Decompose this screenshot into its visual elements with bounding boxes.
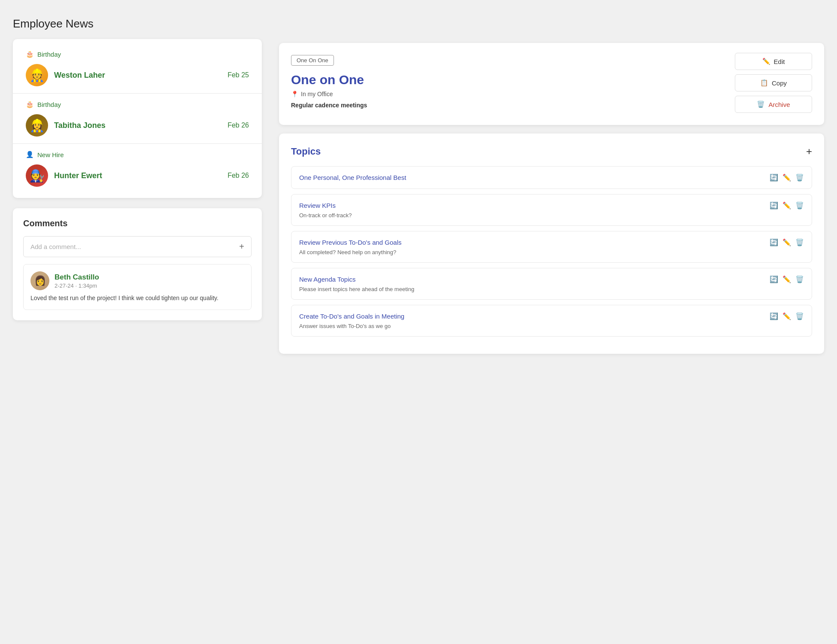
comments-title: Comments: [23, 219, 252, 228]
news-date-hunter: Feb 26: [227, 172, 249, 179]
topic-name-3: Review Previous To-Do's and Goals: [299, 239, 402, 246]
news-section-hunter: 👤 New Hire 🧑‍🔧 Hunter Ewert Feb 26: [13, 144, 262, 194]
edit-label: Edit: [774, 58, 785, 65]
topic-edit-icon-5[interactable]: ✏️: [782, 312, 791, 320]
comment-item-beth: 👩 Beth Castillo 2-27-24 · 1:34pm Loved t…: [23, 264, 252, 310]
topic-refresh-icon-5[interactable]: 🔄: [770, 312, 778, 320]
topic-delete-icon-1[interactable]: 🗑️: [795, 173, 804, 182]
news-item-weston: 👷 Weston Laher Feb 25: [26, 64, 249, 86]
comment-text-beth: Loved the test run of the project! I thi…: [30, 294, 244, 303]
copy-label: Copy: [772, 79, 787, 87]
person-name-weston: Weston Laher: [54, 71, 105, 80]
news-item-hunter: 🧑‍🔧 Hunter Ewert Feb 26: [26, 164, 249, 187]
topic-item-2: Review KPIs 🔄 ✏️ 🗑️ On-track or off-trac…: [291, 194, 812, 226]
topic-item-3: Review Previous To-Do's and Goals 🔄 ✏️ 🗑…: [291, 231, 812, 263]
topic-actions-1: 🔄 ✏️ 🗑️: [770, 173, 804, 182]
topic-delete-icon-3[interactable]: 🗑️: [795, 238, 804, 246]
topic-delete-icon-2[interactable]: 🗑️: [795, 201, 804, 210]
avatar-tabitha: 👷‍♀️: [26, 114, 48, 137]
avatar-hunter: 🧑‍🔧: [26, 164, 48, 187]
topic-name-4: New Agenda Topics: [299, 276, 355, 283]
comment-header-beth: 👩 Beth Castillo 2-27-24 · 1:34pm: [30, 271, 244, 290]
person-name-tabitha: Tabitha Jones: [54, 121, 106, 130]
topic-actions-4: 🔄 ✏️ 🗑️: [770, 275, 804, 283]
birthday-label-2: Birthday: [37, 101, 61, 108]
news-scroll-area[interactable]: 🎂 Birthday 👷 Weston Laher Feb 25 🎂: [13, 39, 262, 198]
topic-delete-icon-4[interactable]: 🗑️: [795, 275, 804, 283]
topics-header: Topics +: [291, 146, 812, 158]
employee-news-card: 🎂 Birthday 👷 Weston Laher Feb 25 🎂: [13, 39, 262, 198]
topics-add-button[interactable]: +: [806, 146, 812, 158]
edit-button[interactable]: ✏️ Edit: [735, 53, 812, 70]
archive-label: Archive: [768, 101, 790, 108]
news-date-weston: Feb 25: [227, 71, 249, 79]
location-icon: 📍: [291, 91, 298, 97]
topic-subtitle-2: On-track or off-track?: [299, 212, 804, 219]
birthday-icon-1: 🎂: [26, 50, 34, 58]
comment-author-beth: Beth Castillo: [55, 273, 99, 282]
topic-subtitle-4: Please insert topics here ahead of the m…: [299, 286, 804, 292]
page-title: Employee News: [13, 17, 262, 30]
news-item-tabitha: 👷‍♀️ Tabitha Jones Feb 26: [26, 114, 249, 137]
topics-title: Topics: [291, 146, 321, 157]
news-section-tabitha: 🎂 Birthday 👷‍♀️ Tabitha Jones Feb 26: [13, 94, 262, 144]
topic-name-1: One Personal, One Professional Best: [299, 174, 406, 181]
edit-icon: ✏️: [762, 58, 770, 65]
news-date-tabitha: Feb 26: [227, 122, 249, 129]
meeting-tag: One On One: [291, 55, 334, 66]
location-text: In my Office: [301, 91, 333, 97]
topics-card: Topics + One Personal, One Professional …: [279, 134, 824, 354]
topic-refresh-icon-2[interactable]: 🔄: [770, 201, 778, 210]
comment-input-row[interactable]: Add a comment... +: [23, 236, 252, 257]
topic-actions-3: 🔄 ✏️ 🗑️: [770, 238, 804, 246]
archive-button[interactable]: 🗑️ Archive: [735, 96, 812, 113]
topic-item-4: New Agenda Topics 🔄 ✏️ 🗑️ Please insert …: [291, 268, 812, 300]
archive-icon: 🗑️: [757, 100, 765, 108]
news-category-birthday-1: 🎂 Birthday: [26, 50, 249, 58]
comment-placeholder: Add a comment...: [30, 243, 81, 250]
avatar-beth: 👩: [30, 271, 49, 290]
right-panel: One On One One on One 📍 In my Office Reg…: [279, 17, 824, 627]
meeting-actions: ✏️ Edit 📋 Copy 🗑️ Archive: [735, 53, 812, 113]
topic-edit-icon-4[interactable]: ✏️: [782, 275, 791, 283]
newhire-label: New Hire: [37, 151, 64, 158]
avatar-weston: 👷: [26, 64, 48, 86]
topic-item-5: Create To-Do's and Goals in Meeting 🔄 ✏️…: [291, 305, 812, 337]
meeting-location: 📍 In my Office: [291, 91, 367, 97]
topic-actions-2: 🔄 ✏️ 🗑️: [770, 201, 804, 210]
comment-timestamp-beth: 2-27-24 · 1:34pm: [55, 283, 99, 289]
meeting-card: One On One One on One 📍 In my Office Reg…: [279, 43, 824, 125]
comments-card: Comments Add a comment... + 👩 Beth Casti…: [13, 208, 262, 320]
topic-actions-5: 🔄 ✏️ 🗑️: [770, 312, 804, 320]
topic-name-5: Create To-Do's and Goals in Meeting: [299, 313, 404, 320]
meeting-description: Regular cadence meetings: [291, 102, 367, 109]
news-category-birthday-2: 🎂 Birthday: [26, 100, 249, 108]
topic-subtitle-5: Answer issues with To-Do's as we go: [299, 323, 804, 329]
topic-name-2: Review KPIs: [299, 202, 336, 209]
topic-subtitle-3: All completed? Need help on anything?: [299, 249, 804, 255]
copy-button[interactable]: 📋 Copy: [735, 74, 812, 91]
topic-edit-icon-3[interactable]: ✏️: [782, 238, 791, 246]
birthday-icon-2: 🎂: [26, 100, 34, 108]
topic-item-1: One Personal, One Professional Best 🔄 ✏️…: [291, 166, 812, 189]
topic-edit-icon-2[interactable]: ✏️: [782, 201, 791, 210]
left-panel: Employee News 🎂 Birthday 👷 Weston Laher: [13, 17, 262, 627]
newhire-icon: 👤: [26, 151, 34, 158]
news-category-newhire: 👤 New Hire: [26, 151, 249, 158]
topic-refresh-icon-4[interactable]: 🔄: [770, 275, 778, 283]
topic-delete-icon-5[interactable]: 🗑️: [795, 312, 804, 320]
topic-edit-icon-1[interactable]: ✏️: [782, 173, 791, 182]
copy-icon: 📋: [760, 79, 768, 87]
birthday-label-1: Birthday: [37, 51, 61, 58]
person-name-hunter: Hunter Ewert: [54, 171, 102, 180]
meeting-title: One on One: [291, 73, 367, 87]
topic-refresh-icon-1[interactable]: 🔄: [770, 173, 778, 182]
news-section-weston: 🎂 Birthday 👷 Weston Laher Feb 25: [13, 43, 262, 94]
add-comment-icon[interactable]: +: [239, 242, 244, 252]
topic-refresh-icon-3[interactable]: 🔄: [770, 238, 778, 246]
